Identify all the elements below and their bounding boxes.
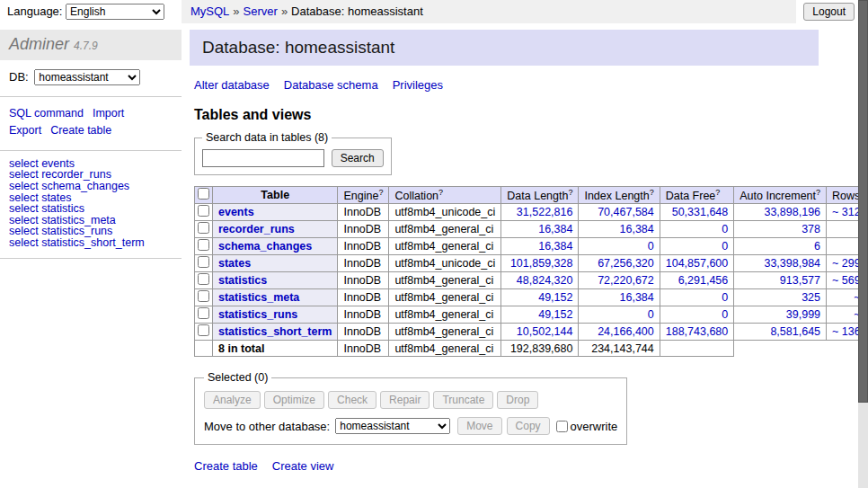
data-free-link[interactable]: 0: [722, 223, 728, 235]
index-length-link[interactable]: 67,256,320: [598, 257, 654, 270]
analyze-button[interactable]: Analyze: [204, 391, 261, 409]
copy-button[interactable]: Copy: [507, 417, 550, 435]
auto-increment-link[interactable]: 913,577: [780, 274, 820, 287]
row-checkbox[interactable]: [198, 205, 209, 217]
link-create-table[interactable]: Create table: [194, 459, 258, 473]
data-free-link[interactable]: 0: [722, 291, 728, 304]
table-row: statesInnoDButf8mb4_unicode_ci101,859,32…: [195, 255, 868, 272]
optimize-button[interactable]: Optimize: [264, 391, 324, 409]
auto-increment-cell: 6: [734, 238, 827, 255]
index-length-link[interactable]: 16,384: [620, 291, 654, 304]
data-free-link[interactable]: 50,331,648: [672, 206, 729, 218]
sidebar-link-create-table[interactable]: Create table: [50, 124, 111, 137]
data-length-link[interactable]: 49,152: [538, 291, 572, 304]
data-length-link[interactable]: 49,152: [538, 308, 572, 321]
vertical-scrollbar[interactable]: [858, 0, 868, 488]
data-free-link[interactable]: 104,857,600: [666, 257, 729, 270]
repair-button[interactable]: Repair: [380, 391, 430, 409]
data-free-link[interactable]: 6,291,456: [678, 274, 729, 287]
table-link-statistics-runs[interactable]: statistics_runs: [218, 308, 297, 321]
data-length-link[interactable]: 16,384: [538, 240, 572, 253]
link-database-schema[interactable]: Database schema: [284, 78, 378, 92]
breadcrumb-link-server[interactable]: Server: [244, 4, 278, 18]
db-select[interactable]: homeassistant: [34, 69, 140, 85]
row-select-cell: [195, 324, 213, 341]
row-select-cell: [195, 204, 213, 221]
table-link-statistics-short-term[interactable]: statistics_short_term: [218, 325, 332, 338]
select-all-checkbox[interactable]: [198, 188, 209, 200]
auto-increment-link[interactable]: 6: [814, 240, 820, 253]
move-button[interactable]: Move: [457, 417, 501, 435]
overwrite-checkbox[interactable]: [556, 421, 568, 432]
data-length-cell: 16,384: [501, 238, 579, 255]
auto-increment-link[interactable]: 33,898,196: [764, 206, 820, 218]
data-length-link[interactable]: 101,859,328: [510, 257, 573, 270]
scrollbar-thumb[interactable]: [858, 0, 868, 403]
engine-cell: InnoDB: [338, 255, 389, 272]
table-name-cell: events: [213, 204, 338, 221]
data-free-cell: 6,291,456: [660, 272, 734, 289]
index-length-link[interactable]: 24,166,400: [598, 325, 654, 338]
search-input[interactable]: [202, 149, 324, 167]
row-select-cell: [195, 255, 213, 272]
row-checkbox[interactable]: [198, 256, 209, 268]
row-checkbox[interactable]: [198, 324, 209, 336]
link-alter-database[interactable]: Alter database: [194, 78, 270, 92]
move-db-select[interactable]: homeassistant: [335, 418, 450, 434]
auto-increment-link[interactable]: 325: [802, 291, 820, 304]
data-free-link[interactable]: 0: [722, 240, 728, 253]
total-index-length-cell: 234,143,744: [579, 341, 660, 357]
auto-increment-link[interactable]: 8,581,645: [770, 325, 820, 338]
table-link-statistics[interactable]: statistics: [218, 274, 267, 287]
app-logo: Adminer4.7.9: [0, 30, 182, 60]
data-length-link[interactable]: 31,522,816: [517, 206, 573, 218]
sidebar-link-export[interactable]: Export: [9, 124, 41, 137]
logout-area: Logout: [796, 0, 858, 21]
data-length-link[interactable]: 10,502,144: [517, 325, 573, 338]
index-length-link[interactable]: 0: [648, 240, 654, 253]
data-length-link[interactable]: 48,824,320: [517, 274, 573, 287]
index-length-link[interactable]: 16,384: [620, 223, 654, 235]
search-button[interactable]: Search: [332, 149, 384, 167]
check-button[interactable]: Check: [328, 391, 376, 409]
data-free-cell: 104,857,600: [660, 255, 734, 272]
data-free-link[interactable]: 188,743,680: [666, 325, 729, 338]
data-free-cell: 0: [660, 306, 734, 324]
row-checkbox[interactable]: [198, 222, 209, 234]
data-free-link[interactable]: 0: [722, 308, 728, 321]
table-link-schema-changes[interactable]: schema_changes: [218, 240, 312, 253]
table-row: eventsInnoDButf8mb4_unicode_ci31,522,816…: [195, 204, 868, 221]
auto-increment-link[interactable]: 378: [802, 223, 820, 235]
link-create-view[interactable]: Create view: [272, 459, 334, 473]
row-checkbox[interactable]: [198, 290, 209, 302]
table-link-states[interactable]: states: [218, 257, 251, 270]
auto-increment-link[interactable]: 33,398,984: [764, 257, 820, 270]
row-checkbox[interactable]: [198, 307, 209, 319]
index-length-link[interactable]: 72,220,672: [598, 274, 654, 287]
collation-cell: utf8mb4_unicode_ci: [389, 255, 501, 272]
index-length-link[interactable]: 70,467,584: [598, 206, 654, 218]
data-length-cell: 48,824,320: [501, 272, 579, 289]
index-length-cell: 72,220,672: [579, 272, 660, 289]
table-link-events[interactable]: events: [218, 206, 254, 218]
truncate-button[interactable]: Truncate: [433, 391, 493, 409]
sidebar-item-select-statistics-short-term[interactable]: select statistics_short_term: [9, 236, 145, 249]
sidebar-link-import[interactable]: Import: [93, 107, 124, 120]
breadcrumb-link-mysql[interactable]: MySQL: [190, 4, 229, 18]
sidebar-link-sql-command[interactable]: SQL command: [9, 107, 84, 120]
language-select[interactable]: English: [66, 4, 164, 20]
column-header-data-length: Data Length?: [501, 187, 579, 204]
drop-button[interactable]: Drop: [497, 391, 538, 409]
logout-button[interactable]: Logout: [803, 3, 855, 21]
collation-cell: utf8mb4_general_ci: [389, 289, 501, 306]
table-link-recorder-runs[interactable]: recorder_runs: [218, 223, 295, 235]
link-privileges[interactable]: Privileges: [393, 78, 443, 92]
row-select-cell: [195, 289, 213, 306]
auto-increment-link[interactable]: 39,999: [786, 308, 820, 321]
data-length-link[interactable]: 16,384: [538, 223, 572, 235]
collation-cell: utf8mb4_general_ci: [389, 324, 501, 341]
row-checkbox[interactable]: [198, 239, 209, 251]
index-length-link[interactable]: 0: [648, 308, 654, 321]
row-checkbox[interactable]: [198, 273, 209, 285]
table-link-statistics-meta[interactable]: statistics_meta: [218, 291, 299, 304]
